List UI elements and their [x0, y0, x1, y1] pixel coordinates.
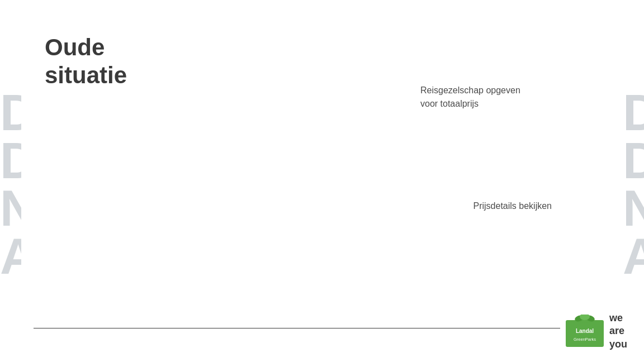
reisgezelschap-text: Reisgezelschap opgeven voor totaalprijs: [420, 84, 577, 111]
right-deco-letter-2: D: [623, 137, 644, 185]
reisgezelschap-line2: voor totaalprijs: [420, 99, 479, 108]
left-decoration: D D N A: [0, 89, 21, 280]
bottom-divider: [34, 328, 560, 328]
you-text: you: [609, 338, 627, 351]
main-title: Oude situatie: [45, 34, 127, 90]
reisgezelschap-line1: Reisgezelschap opgeven: [420, 85, 520, 95]
page-container: D D N A D D N A Oude situatie Reisgezels…: [0, 0, 644, 362]
left-deco-letter-2: D: [0, 137, 21, 185]
reisgezelschap-block: Reisgezelschap opgeven voor totaalprijs: [420, 84, 577, 111]
svg-text:Landal: Landal: [576, 328, 594, 334]
right-deco-letter-4: A: [623, 233, 644, 281]
are-text: are: [609, 325, 627, 337]
logo-area: Landal GreenParks we are you: [566, 312, 627, 351]
landal-logo: Landal GreenParks: [566, 315, 605, 348]
left-deco-letter-4: A: [0, 233, 21, 281]
left-deco-letter-3: N: [0, 185, 21, 233]
we-text: we: [609, 312, 627, 325]
right-decoration: D D N A: [623, 89, 644, 280]
title-line1: Oude: [45, 34, 127, 61]
right-deco-letter-1: D: [623, 89, 644, 137]
left-deco-letter-1: D: [0, 89, 21, 137]
svg-text:GreenParks: GreenParks: [574, 337, 596, 342]
prijsdetails-text: Prijsdetails bekijken: [473, 201, 552, 211]
right-deco-letter-3: N: [623, 185, 644, 233]
we-are-you-text: we are you: [609, 312, 627, 351]
title-line2: situatie: [45, 61, 127, 89]
